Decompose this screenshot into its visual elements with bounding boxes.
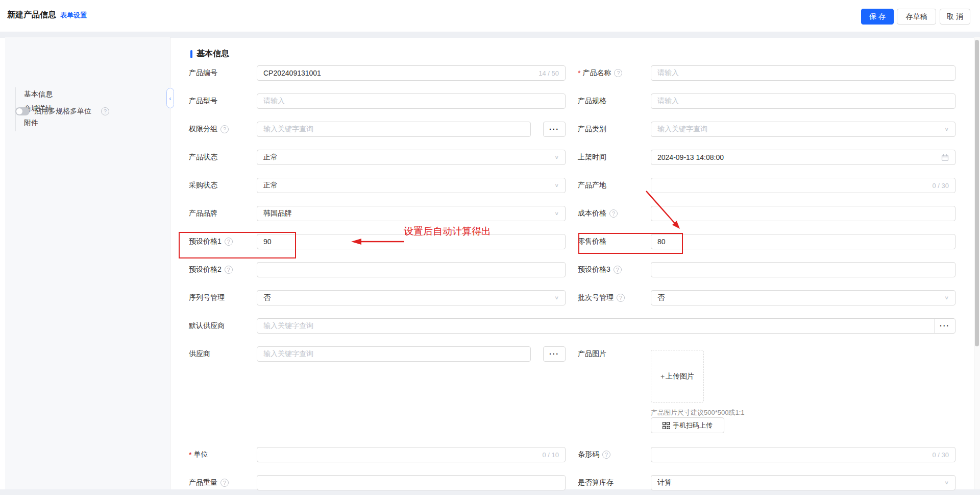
help-icon[interactable]: ? [101,107,109,115]
field-label-preset-price-2: 预设价格2? [189,262,233,277]
unit-input[interactable]: 0 / 10 [257,447,566,462]
product-spec-input[interactable]: 请输入 [651,93,955,109]
select-value: 韩国品牌 [263,209,292,218]
field-label-product-spec: 产品规格 [578,93,606,109]
field-label-serial-number-mgmt: 序列号管理 [189,290,225,305]
serial-number-mgmt-select[interactable]: 否 ∨ [257,290,566,305]
help-icon[interactable]: ? [614,266,622,274]
new-product-page: 新建产品信息 表单设置 保 存 存草稿 取 消 基本信息 商城详情 附件 启用多… [0,0,980,495]
section-title: 基本信息 [197,49,229,59]
field-label-preset-price-1: 预设价格1? [189,234,233,249]
product-status-select[interactable]: 正常 ∨ [257,150,566,165]
purchase-status-select[interactable]: 正常 ∨ [257,178,566,193]
listing-time-datepicker[interactable]: 2024-09-13 14:08:00 [651,150,955,165]
plus-icon: + [660,372,665,381]
field-label-purchase-status: 采购状态 [189,178,217,193]
page-title: 新建产品信息 [7,10,56,20]
chevron-down-icon: ∨ [554,154,559,160]
default-supplier-more-button[interactable]: ··· [934,319,955,333]
sidebar-collapse-handle[interactable]: ‹ [166,88,174,108]
product-code-input[interactable]: CP202409131001 14 / 50 [257,65,566,81]
field-label-unit: *单位 [189,447,208,462]
field-label-product-origin: 产品产地 [578,178,606,193]
calendar-icon [941,154,949,161]
input-placeholder: 请输入 [657,97,679,106]
save-draft-button[interactable]: 存草稿 [897,9,936,25]
multi-spec-toggle-label: 启用多规格多单位 [34,107,91,116]
help-icon[interactable]: ? [225,266,233,274]
required-mark: * [189,451,191,459]
scan-upload-button[interactable]: 手机扫码上传 [651,417,724,433]
scan-upload-label: 手机扫码上传 [673,421,713,430]
select-value: 计算 [657,478,672,487]
section-header: 基本信息 [190,49,229,59]
product-model-input[interactable]: 请输入 [257,93,566,109]
input-value: 80 [657,238,666,246]
select-placeholder: 输入关键字查询 [657,125,707,134]
batch-number-mgmt-select[interactable]: 否 ∨ [651,290,955,305]
field-label-permission-group: 权限分组? [189,122,229,137]
cost-price-input[interactable] [651,206,955,221]
sidebar-item-attachment[interactable]: 附件 [24,117,38,128]
chevron-down-icon: ∨ [554,295,559,300]
preset-price-3-input[interactable] [651,262,955,277]
stock-counting-select[interactable]: 计算 ∨ [651,475,955,490]
select-value: 否 [263,293,271,302]
left-sidebar: 基本信息 商城详情 附件 启用多规格多单位 ? [5,37,170,489]
scrollbar-thumb[interactable] [975,40,979,346]
preset-price-2-input[interactable] [257,262,566,277]
section-accent-bar [190,50,192,58]
field-label-listing-time: 上架时间 [578,150,606,165]
help-icon[interactable]: ? [225,238,233,246]
help-icon[interactable]: ? [220,125,229,133]
field-label-retail-price: 零售价格 [578,234,606,249]
field-label-product-category: 产品类别 [578,122,606,137]
char-counter: 14 / 50 [538,69,559,77]
form-settings-link[interactable]: 表单设置 [60,11,87,20]
chevron-down-icon: ∨ [554,210,559,216]
input-placeholder: 请输入 [263,97,285,106]
select-value: 正常 [263,153,278,162]
help-icon[interactable]: ? [602,451,610,459]
qr-code-icon [663,422,670,429]
page-header: 新建产品信息 表单设置 保 存 存草稿 取 消 [0,0,980,32]
field-label-product-name: *产品名称? [578,65,622,81]
save-button[interactable]: 保 存 [861,9,894,25]
help-icon[interactable]: ? [220,479,229,487]
default-supplier-input[interactable]: 输入关键字查询 ··· [257,318,955,334]
annotation-text: 设置后自动计算得出 [404,225,491,238]
product-brand-select[interactable]: 韩国品牌 ∨ [257,206,566,221]
select-value: 正常 [263,181,278,190]
product-weight-input[interactable] [257,475,566,490]
help-icon[interactable]: ? [609,209,618,218]
input-placeholder: 请输入 [657,68,679,78]
field-label-cost-price: 成本价格? [578,206,618,221]
input-placeholder: 输入关键字查询 [263,349,313,359]
help-icon[interactable]: ? [614,69,622,77]
permission-group-more-button[interactable]: ··· [543,122,566,137]
field-label-product-model: 产品型号 [189,93,217,109]
upload-image-button[interactable]: + 上传图片 [651,350,704,403]
product-origin-input[interactable]: 0 / 30 [651,178,955,193]
field-label-product-code: 产品编号 [189,65,217,81]
cancel-button[interactable]: 取 消 [940,9,970,25]
barcode-input[interactable]: 0 / 30 [651,447,955,462]
char-counter: 0 / 10 [542,451,559,459]
toggle-knob [16,108,22,114]
product-name-input[interactable]: 请输入 [651,65,955,81]
input-placeholder: 输入关键字查询 [263,321,313,331]
multi-spec-toggle[interactable] [15,107,30,115]
product-category-select[interactable]: 输入关键字查询 ∨ [651,122,955,137]
supplier-more-button[interactable]: ··· [543,346,566,362]
upload-label: 上传图片 [666,372,694,381]
permission-group-input[interactable]: 输入关键字查询 [257,122,531,137]
help-icon[interactable]: ? [617,294,625,302]
field-label-batch-number-mgmt: 批次号管理? [578,290,625,305]
supplier-input[interactable]: 输入关键字查询 [257,346,531,362]
field-label-supplier: 供应商 [189,346,210,362]
sidebar-item-basic-info[interactable]: 基本信息 [24,89,53,99]
chevron-down-icon: ∨ [944,295,949,300]
field-label-barcode: 条形码? [578,447,610,462]
retail-price-input[interactable]: 80 [651,234,955,249]
field-label-product-weight: 产品重量? [189,475,229,490]
